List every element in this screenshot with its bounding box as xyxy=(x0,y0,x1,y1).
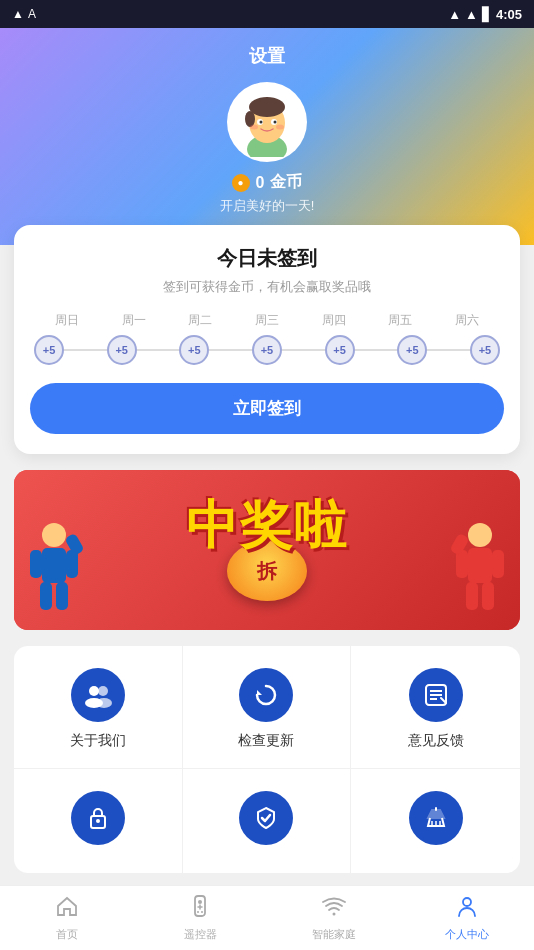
feedback-label: 意见反馈 xyxy=(408,732,464,750)
dot-6: +5 xyxy=(397,335,427,365)
privacy-icon xyxy=(71,791,125,845)
nav-smarthome-label: 智能家庭 xyxy=(312,927,356,942)
day-sun: 周日 xyxy=(34,312,101,329)
nav-smarthome[interactable]: 智能家庭 xyxy=(267,888,401,948)
day-wed: 周三 xyxy=(234,312,301,329)
svg-point-11 xyxy=(42,523,66,547)
svg-rect-12 xyxy=(42,548,66,583)
coins-value: 0 xyxy=(256,174,265,192)
signal-icon: ▲ xyxy=(465,7,478,22)
security-icon xyxy=(239,791,293,845)
remote-icon xyxy=(188,894,212,924)
banner-text: 中奖啦 拆 xyxy=(186,499,348,601)
nav-profile[interactable]: 个人中心 xyxy=(401,888,535,948)
day-tue: 周二 xyxy=(167,312,234,329)
dot-circle-1: +5 xyxy=(34,335,64,365)
status-bar: ▲ A ▲ ▲ ▋ 4:05 xyxy=(0,0,534,28)
svg-point-8 xyxy=(274,121,277,124)
checkin-title: 今日未签到 xyxy=(30,245,504,272)
nav-remote-label: 遥控器 xyxy=(184,927,217,942)
nav-home-label: 首页 xyxy=(56,927,78,942)
svg-marker-29 xyxy=(257,690,262,695)
svg-point-3 xyxy=(249,97,285,117)
dot-circle-3: +5 xyxy=(179,335,209,365)
dot-7: +5 xyxy=(470,335,500,365)
dot-4: +5 xyxy=(252,335,282,365)
svg-point-44 xyxy=(197,911,199,913)
nav-profile-label: 个人中心 xyxy=(445,927,489,942)
menu-update[interactable]: 检查更新 xyxy=(183,646,352,769)
svg-point-9 xyxy=(250,125,258,130)
menu-security[interactable] xyxy=(183,769,352,873)
svg-rect-20 xyxy=(456,550,468,578)
update-icon xyxy=(239,668,293,722)
svg-rect-16 xyxy=(56,582,68,610)
svg-rect-15 xyxy=(40,582,52,610)
svg-point-45 xyxy=(201,911,203,913)
svg-point-47 xyxy=(463,898,471,906)
battery-icon: ▋ xyxy=(482,7,492,22)
menu-grid: 关于我们 检查更新 意见反馈 xyxy=(14,646,520,873)
dots-row: +5 +5 +5 +5 +5 +5 +5 xyxy=(30,335,504,365)
time-display: 4:05 xyxy=(496,7,522,22)
dot-circle-4: +5 xyxy=(252,335,282,365)
status-bar-left: ▲ A xyxy=(12,7,36,21)
dot-circle-6: +5 xyxy=(397,335,427,365)
svg-rect-21 xyxy=(492,550,504,578)
checkin-card: 今日未签到 签到可获得金币，有机会赢取奖品哦 周日 周一 周二 周三 周四 周五… xyxy=(14,225,520,454)
bottom-nav: 首页 遥控器 智能家庭 xyxy=(0,885,534,950)
menu-clean[interactable] xyxy=(351,769,520,873)
app-icon: A xyxy=(28,7,36,21)
feedback-icon xyxy=(409,668,463,722)
coins-row: ● 0 金币 xyxy=(232,172,303,193)
figure-right xyxy=(450,520,510,620)
day-mon: 周一 xyxy=(101,312,168,329)
dot-circle-7: +5 xyxy=(470,335,500,365)
profile-nav-icon xyxy=(455,894,479,924)
svg-point-35 xyxy=(96,819,100,823)
nav-home[interactable]: 首页 xyxy=(0,888,134,948)
svg-rect-14 xyxy=(66,550,78,578)
day-fri: 周五 xyxy=(367,312,434,329)
smarthome-icon xyxy=(322,894,346,924)
svg-point-28 xyxy=(96,698,112,708)
days-row: 周日 周一 周二 周三 周四 周五 周六 xyxy=(30,312,504,329)
coin-icon: ● xyxy=(232,174,250,192)
update-label: 检查更新 xyxy=(238,732,294,750)
avatar[interactable] xyxy=(227,82,307,162)
dot-circle-5: +5 xyxy=(325,335,355,365)
about-label: 关于我们 xyxy=(70,732,126,750)
day-sat: 周六 xyxy=(433,312,500,329)
svg-point-41 xyxy=(198,900,202,904)
dot-2: +5 xyxy=(107,335,137,365)
svg-point-10 xyxy=(276,125,284,130)
menu-about[interactable]: 关于我们 xyxy=(14,646,183,769)
svg-point-7 xyxy=(260,121,263,124)
svg-rect-19 xyxy=(468,548,492,583)
dot-1: +5 xyxy=(34,335,64,365)
coins-label: 金币 xyxy=(270,172,302,193)
home-icon xyxy=(55,894,79,924)
figure-left xyxy=(24,520,84,620)
nav-remote[interactable]: 遥控器 xyxy=(134,888,268,948)
clean-icon xyxy=(409,791,463,845)
dot-3: +5 xyxy=(179,335,209,365)
checkin-button[interactable]: 立即签到 xyxy=(30,383,504,434)
header-section: 设置 ● 0 金币 开启美好的一天! xyxy=(0,28,534,245)
menu-feedback[interactable]: 意见反馈 xyxy=(351,646,520,769)
wifi-icon: ▲ xyxy=(448,7,461,22)
dot-circle-2: +5 xyxy=(107,335,137,365)
page-title: 设置 xyxy=(249,44,285,68)
svg-rect-22 xyxy=(466,582,478,610)
menu-privacy[interactable] xyxy=(14,769,183,873)
about-icon xyxy=(71,668,125,722)
svg-point-18 xyxy=(468,523,492,547)
svg-point-25 xyxy=(89,686,99,696)
svg-rect-23 xyxy=(482,582,494,610)
banner[interactable]: 中奖啦 拆 xyxy=(14,470,520,630)
checkin-desc: 签到可获得金币，有机会赢取奖品哦 xyxy=(30,278,504,296)
status-bar-right: ▲ ▲ ▋ 4:05 xyxy=(448,7,522,22)
svg-point-26 xyxy=(98,686,108,696)
svg-point-46 xyxy=(332,913,335,916)
dot-5: +5 xyxy=(325,335,355,365)
